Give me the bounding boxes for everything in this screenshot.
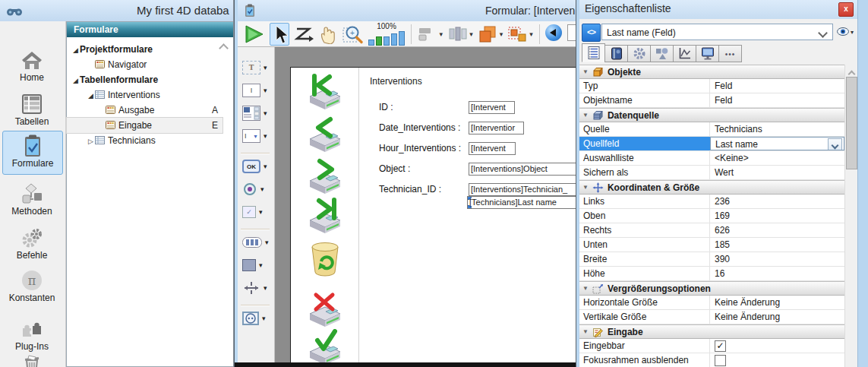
field-object[interactable]: [Interventions]Object — [469, 163, 579, 176]
dropdown-caret-icon[interactable]: ▾ — [264, 132, 267, 140]
dropdown-caret-icon[interactable]: ▾ — [259, 261, 263, 269]
property-row-typ[interactable]: TypFeld — [579, 79, 844, 93]
cancel-button[interactable] — [305, 291, 345, 329]
palette-checkbox-tool[interactable]: ✓▾ — [242, 204, 273, 220]
run-button[interactable] — [244, 24, 265, 45]
property-row-eingebbar[interactable]: Eingebbar✓ — [579, 339, 844, 353]
previous-page-button[interactable] — [545, 24, 562, 45]
section-collapse-icon[interactable]: ▼ — [582, 184, 589, 191]
select-button[interactable] — [270, 23, 289, 46]
first-record-button[interactable] — [305, 74, 345, 112]
dropdown-caret-icon[interactable]: ▾ — [265, 239, 269, 246]
scroll-up-icon[interactable] — [845, 65, 857, 76]
zoom-bar[interactable] — [383, 36, 390, 46]
next-record-button[interactable] — [305, 158, 345, 196]
tree-item-navigator[interactable]: Navigator — [67, 57, 223, 72]
last-record-button[interactable] — [305, 198, 345, 236]
field-object[interactable]: [Intervent — [469, 101, 515, 114]
section-header-koordinaten-gr-e[interactable]: ▼Koordinaten & Größe — [579, 180, 844, 195]
tree-item-projektformulare[interactable]: ◢Projektformulare — [67, 42, 223, 57]
properties-tab-more-tab[interactable]: ••• — [718, 45, 742, 62]
checkbox-checked-icon[interactable]: ✓ — [715, 340, 726, 352]
property-value[interactable]: 236 — [710, 195, 844, 208]
properties-tab-chart-tab[interactable] — [673, 45, 696, 62]
dropdown-caret-icon[interactable]: ▾ — [469, 30, 473, 38]
property-row-vertikale-gr-e[interactable]: Vertikale GrößeKeine Änderung — [579, 310, 844, 324]
collapsed-expander-icon[interactable]: ▷ — [87, 134, 95, 149]
palette-input-tool[interactable]: I▾ — [242, 82, 273, 99]
field-object[interactable]: [Interventior — [469, 122, 524, 134]
field-object[interactable]: [Intervent — [469, 142, 516, 155]
tree-item-tabellenformulare[interactable]: ◢Tabellenformulare — [67, 72, 223, 87]
zoom-bars[interactable] — [368, 30, 405, 46]
properties-tab-shapes-tab[interactable] — [650, 45, 674, 62]
property-row-sichern-als[interactable]: Sichern alsWert — [579, 166, 844, 180]
property-value[interactable]: 185 — [710, 238, 844, 252]
property-row-breite[interactable]: Breite390 — [579, 252, 844, 267]
previous-record-button[interactable] — [305, 116, 345, 154]
section-header-objekte[interactable]: ▼Objekte — [579, 65, 844, 79]
property-value[interactable]: Keine Änderung — [710, 296, 844, 309]
property-row-rechts[interactable]: Rechts626 — [579, 223, 844, 238]
property-value[interactable]: Wert — [710, 166, 844, 179]
property-value[interactable]: Last name — [710, 137, 844, 150]
layer-button[interactable] — [478, 24, 497, 45]
section-collapse-icon[interactable]: ▼ — [582, 285, 589, 292]
expanded-expander-icon[interactable]: ◢ — [71, 43, 80, 58]
dropdown-caret-icon[interactable]: ▾ — [264, 109, 267, 117]
field-object[interactable]: [Interventions]Technician_ — [469, 183, 579, 196]
zoom-bar[interactable] — [391, 33, 397, 46]
scrollbar-thumb[interactable] — [846, 77, 857, 169]
properties-tab-monitor-tab[interactable] — [696, 45, 719, 62]
palette-tabbar-tool[interactable]: ▾ — [242, 234, 273, 251]
properties-scrollbar[interactable] — [844, 65, 857, 367]
property-value[interactable]: 169 — [710, 209, 844, 223]
value-dropdown-icon[interactable] — [828, 138, 842, 150]
section-header-datenquelle[interactable]: ▼Datenquelle — [579, 108, 844, 122]
property-row-horizontale-gr-e[interactable]: Horizontale GrößeKeine Änderung — [579, 296, 844, 310]
property-value[interactable]: ✓ — [710, 339, 844, 353]
palette-button-tool[interactable]: OK▾ — [242, 158, 273, 175]
property-value[interactable]: Keine Änderung — [710, 310, 844, 324]
section-collapse-icon[interactable]: ▼ — [582, 112, 589, 119]
section-collapse-icon[interactable]: ▼ — [582, 68, 589, 75]
magnifier-button[interactable]: + — [342, 24, 364, 45]
checkbox-unchecked-icon[interactable] — [715, 355, 726, 366]
object-type-icon[interactable]: <> — [582, 24, 601, 42]
sidebar-item-methods[interactable]: Methoden — [2, 179, 62, 222]
zoom-widget[interactable]: 100% — [368, 23, 405, 46]
dropdown-caret-icon[interactable]: ▾ — [264, 87, 267, 94]
properties-tab-list-tab[interactable] — [582, 43, 605, 62]
property-row-auswahlliste[interactable]: Auswahlliste<Keine> — [579, 151, 844, 166]
dropdown-caret-icon[interactable]: ▾ — [500, 30, 503, 38]
dropdown-caret-icon[interactable]: ▾ — [260, 185, 264, 193]
show-hide-eye-icon[interactable]: ▾ — [837, 26, 857, 38]
accept-button[interactable] — [305, 329, 345, 367]
section-collapse-icon[interactable]: ▼ — [582, 328, 589, 335]
tree-item-eingabe[interactable]: EingabeE — [67, 118, 223, 133]
palette-rectangle-tool[interactable]: ▾ — [242, 257, 273, 274]
dropdown-caret-icon[interactable]: ▾ — [264, 163, 267, 170]
duplicate-button[interactable] — [507, 24, 527, 45]
zoom-100-bar[interactable] — [376, 36, 382, 46]
tree-item-technicians[interactable]: ▷Technicians — [67, 133, 223, 148]
zoom-bar[interactable] — [368, 40, 374, 46]
distribute-button[interactable] — [447, 24, 467, 45]
selection-handle[interactable] — [467, 205, 472, 209]
property-row-oben[interactable]: Oben169 — [579, 209, 844, 223]
sidebar-item-commands[interactable]: Befehle — [2, 223, 62, 266]
property-value[interactable]: <Keine> — [710, 151, 844, 165]
sidebar-item-tables[interactable]: Tabellen — [2, 90, 62, 132]
sidebar-item-home[interactable]: Home — [2, 46, 62, 88]
property-value[interactable]: Feld — [710, 79, 844, 93]
close-icon[interactable]: x — [838, 2, 854, 17]
property-row-unten[interactable]: Unten185 — [579, 238, 844, 252]
property-value[interactable]: Feld — [710, 93, 844, 107]
sidebar-item-constants[interactable]: πKonstanten — [2, 266, 62, 308]
property-value[interactable]: 626 — [710, 223, 844, 237]
dropdown-caret-icon[interactable]: ▾ — [264, 64, 267, 71]
object-selector-dropdown[interactable]: Last name (Feld) — [601, 24, 833, 40]
sidebar-item-forms[interactable]: Formulare — [2, 131, 63, 175]
dropdown-caret-icon[interactable]: ▾ — [529, 30, 533, 38]
property-value[interactable] — [710, 353, 844, 367]
